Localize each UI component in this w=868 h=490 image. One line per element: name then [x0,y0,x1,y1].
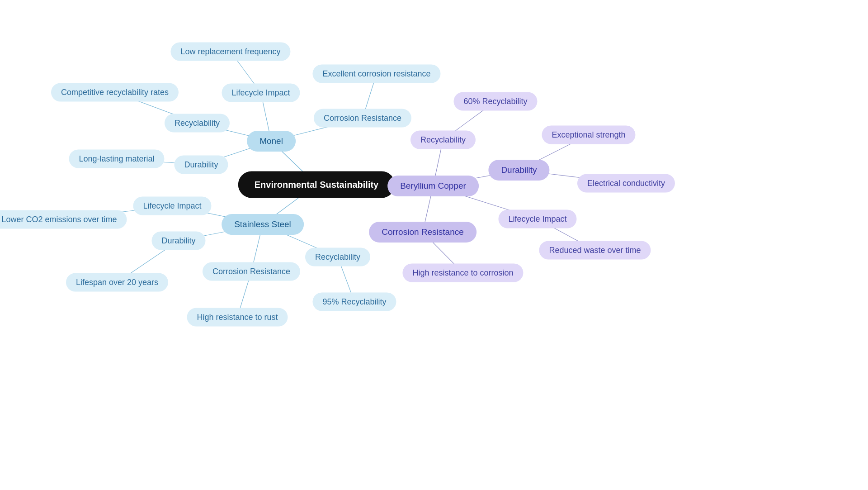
node-ss-recyclability[interactable]: Recyclability [305,248,370,266]
node-competitive-recyclability: Competitive recyclability rates [51,83,179,102]
node-high-resistance-corrosion: High resistance to corrosion [402,264,523,282]
node-long-lasting: Long-lasting material [69,150,164,168]
node-excellent-corrosion: Excellent corrosion resistance [312,65,440,83]
node-ss-durability[interactable]: Durability [151,232,205,250]
node-60-recyclability: 60% Recyclability [453,92,537,111]
node-monel[interactable]: Monel [247,131,296,152]
node-bc-lifecycle[interactable]: Lifecycle Impact [498,210,576,228]
node-lower-co2: Lower CO2 emissions over time [0,210,127,229]
node-reduced-waste: Reduced waste over time [539,241,651,260]
node-beryllium-copper[interactable]: Beryllium Copper [387,176,479,196]
node-bc-corrosion[interactable]: Corrosion Resistance [369,222,476,243]
node-exceptional-strength: Exceptional strength [542,126,635,144]
node-95-recyclability: 95% Recyclability [312,293,396,311]
node-monel-lifecycle[interactable]: Lifecycle Impact [222,84,300,102]
node-bc-durability[interactable]: Durability [488,160,549,181]
node-high-resistance-rust: High resistance to rust [187,308,288,327]
node-monel-recyclability[interactable]: Recyclability [165,114,230,133]
center-node: Environmental Sustainability [238,171,395,198]
node-lifespan: Lifespan over 20 years [66,273,168,292]
node-bc-recyclability[interactable]: Recyclability [410,131,476,149]
node-stainless-steel[interactable]: Stainless Steel [222,214,304,235]
node-monel-durability[interactable]: Durability [174,156,228,174]
node-ss-corrosion[interactable]: Corrosion Resistance [203,262,300,281]
node-ss-lifecycle[interactable]: Lifecycle Impact [133,197,211,215]
node-low-replacement: Low replacement frequency [170,43,290,61]
node-electrical-conductivity: Electrical conductivity [577,174,675,193]
node-monel-corrosion[interactable]: Corrosion Resistance [314,109,411,128]
